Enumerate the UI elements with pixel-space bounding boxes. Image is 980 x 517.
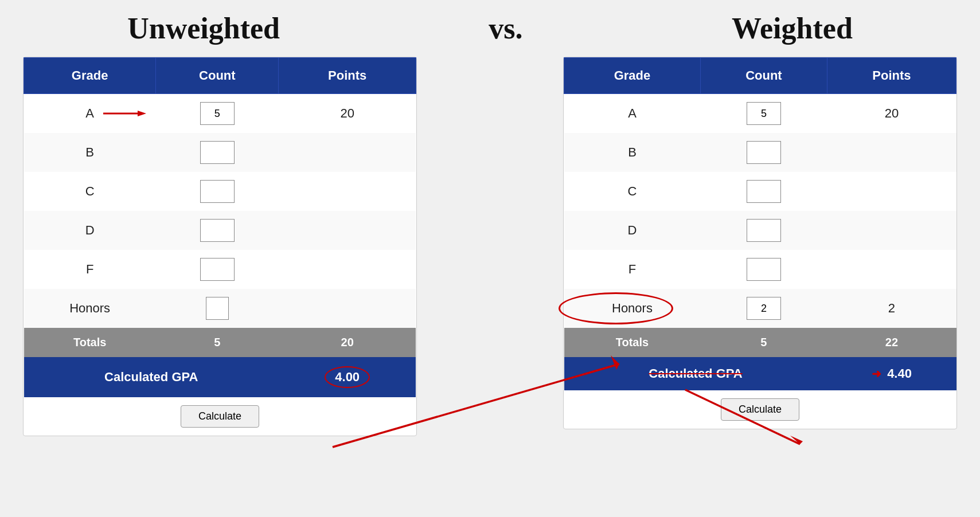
unweighted-totals-label: Totals	[24, 328, 156, 357]
weighted-points-header: Points	[827, 58, 956, 94]
grade-label-d: D	[24, 211, 156, 250]
grade-label-c: C	[24, 172, 156, 211]
weighted-row-f: F	[564, 250, 956, 289]
unweighted-points-b	[279, 133, 416, 172]
weighted-title: Weighted	[732, 11, 853, 45]
unweighted-totals-points: 20	[279, 328, 416, 357]
arrow-annotation-unweighted	[103, 108, 149, 119]
unweighted-row-a: A 20	[24, 94, 416, 134]
weighted-count-a[interactable]	[747, 102, 781, 125]
weighted-grade-header: Grade	[564, 58, 701, 94]
unweighted-gpa-value: 4.00	[279, 357, 416, 397]
grade-label-a: A	[85, 106, 94, 120]
weighted-points-honors: 2	[827, 289, 956, 328]
weighted-gpa-value: ➜ 4.40	[827, 357, 956, 390]
weighted-points-d	[827, 211, 956, 250]
unweighted-grade-header: Grade	[24, 58, 156, 94]
unweighted-row-d: D	[24, 211, 416, 250]
weighted-grade-d: D	[564, 211, 701, 250]
weighted-count-honors[interactable]	[747, 297, 781, 320]
weighted-grade-honors: Honors	[564, 289, 701, 328]
unweighted-points-header: Points	[279, 58, 416, 94]
weighted-gpa-row: Calculated GPA ➜ 4.40	[564, 357, 956, 390]
weighted-calculator: Grade Count Points A 20 B C	[563, 57, 957, 429]
weighted-gpa-label: Calculated GPA	[564, 357, 827, 390]
unweighted-count-c[interactable]	[200, 180, 235, 203]
grade-label-honors: Honors	[24, 289, 156, 328]
weighted-points-a: 20	[827, 94, 956, 134]
weighted-points-b	[827, 133, 956, 172]
weighted-grade-f: F	[564, 250, 701, 289]
unweighted-count-f[interactable]	[200, 258, 235, 281]
vs-title: vs.	[489, 11, 522, 45]
unweighted-count-a[interactable]	[200, 102, 235, 125]
unweighted-count-d[interactable]	[200, 219, 235, 242]
unweighted-gpa-row: Calculated GPA 4.00	[24, 357, 416, 397]
weighted-count-header: Count	[700, 58, 827, 94]
unweighted-points-c	[279, 172, 416, 211]
weighted-totals-points: 22	[827, 328, 956, 357]
weighted-grade-a: A	[564, 94, 701, 134]
unweighted-count-b[interactable]	[200, 141, 235, 164]
unweighted-title: Unweighted	[127, 11, 280, 45]
weighted-row-honors: Honors 2	[564, 289, 956, 328]
weighted-points-f	[827, 250, 956, 289]
weighted-totals-label: Totals	[564, 328, 701, 357]
unweighted-points-f	[279, 250, 416, 289]
weighted-count-c[interactable]	[747, 180, 781, 203]
weighted-count-b[interactable]	[747, 141, 781, 164]
grade-label-b: B	[24, 133, 156, 172]
unweighted-row-f: F	[24, 250, 416, 289]
honors-oval-annotation	[559, 292, 673, 324]
unweighted-row-honors: Honors	[24, 289, 416, 328]
weighted-row-d: D	[564, 211, 956, 250]
weighted-row-c: C	[564, 172, 956, 211]
unweighted-row-b: B	[24, 133, 416, 172]
weighted-grade-b: B	[564, 133, 701, 172]
arrow-right-icon: ➜	[872, 367, 881, 380]
unweighted-totals-count: 5	[156, 328, 279, 357]
svg-marker-5	[790, 436, 803, 444]
weighted-gpa-display: 4.40	[887, 366, 912, 381]
unweighted-row-c: C	[24, 172, 416, 211]
unweighted-gpa-circle: 4.00	[325, 366, 370, 388]
weighted-totals-count: 5	[700, 328, 827, 357]
unweighted-points-d	[279, 211, 416, 250]
weighted-row-a: A 20	[564, 94, 956, 134]
grade-label-f: F	[24, 250, 156, 289]
weighted-calculate-button[interactable]: Calculate	[721, 398, 799, 421]
weighted-totals-row: Totals 5 22	[564, 328, 956, 357]
weighted-row-b: B	[564, 133, 956, 172]
weighted-count-d[interactable]	[747, 219, 781, 242]
unweighted-count-header: Count	[156, 58, 279, 94]
connecting-arrow	[417, 92, 566, 436]
unweighted-points-a: 20	[279, 94, 416, 134]
weighted-points-c	[827, 172, 956, 211]
unweighted-count-honors[interactable]	[206, 297, 229, 320]
weighted-grade-c: C	[564, 172, 701, 211]
unweighted-calculator: Grade Count Points A	[23, 57, 417, 436]
weighted-count-f[interactable]	[747, 258, 781, 281]
unweighted-points-honors	[279, 289, 416, 328]
svg-marker-1	[138, 111, 146, 116]
unweighted-totals-row: Totals 5 20	[24, 328, 416, 357]
unweighted-gpa-label: Calculated GPA	[24, 357, 279, 397]
unweighted-calculate-button[interactable]: Calculate	[181, 405, 259, 428]
weighted-gpa-number: ➜ 4.40	[872, 366, 912, 381]
